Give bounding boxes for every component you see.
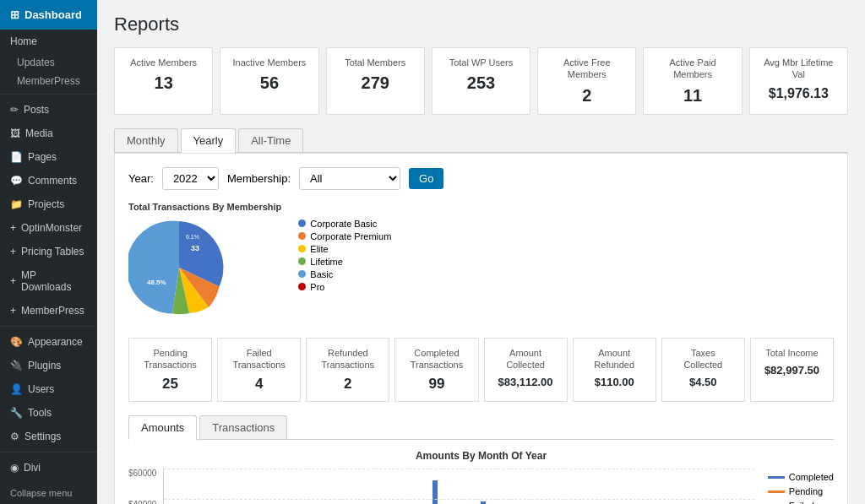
- chart-legend-label: Pending: [789, 486, 823, 496]
- chart-legend-label: Completed: [789, 472, 834, 482]
- collapse-menu-button[interactable]: Collapse menu: [0, 482, 97, 504]
- legend-label: Pro: [310, 282, 324, 292]
- txn-value: $82,997.50: [761, 364, 823, 377]
- year-filter-label: Year:: [128, 172, 154, 185]
- stat-label: Active Free Members: [550, 57, 623, 81]
- stat-value: 279: [339, 73, 412, 93]
- period-tab-monthly[interactable]: Monthly: [114, 128, 178, 152]
- sidebar-item-pricing-tables[interactable]: + Pricing Tables: [0, 240, 97, 263]
- txn-value: $4.50: [672, 376, 734, 388]
- sidebar-item-tools[interactable]: 🔧 Tools: [0, 401, 97, 425]
- sidebar-item-mp-downloads[interactable]: + MP Downloads: [0, 263, 97, 299]
- txn-label: Refunded Transactions: [317, 347, 378, 371]
- year-select[interactable]: 2022: [162, 167, 219, 190]
- go-button[interactable]: Go: [409, 168, 443, 189]
- mp-downloads-icon: +: [10, 275, 16, 287]
- stat-value: 11: [656, 86, 729, 106]
- amounts-chart-title: Amounts By Month Of Year: [128, 450, 834, 462]
- txn-value: 99: [405, 376, 467, 393]
- chart-inner: [163, 469, 753, 504]
- pie-chart-section: Total Transactions By Membership 3: [128, 202, 834, 321]
- stat-value: $1,976.13: [762, 86, 835, 101]
- projects-icon: 📁: [10, 198, 23, 210]
- legend-dot: [298, 232, 306, 240]
- chart-legend-item: Completed: [768, 472, 834, 482]
- stat-card: Avg Mbr Lifetime Val $1,976.13: [749, 47, 848, 115]
- stat-card: Active Paid Members 11: [643, 47, 742, 115]
- sidebar-item-posts[interactable]: ✏ Posts: [0, 98, 97, 122]
- txn-card: Completed Transactions 99: [394, 338, 478, 403]
- stat-label: Active Members: [127, 57, 200, 68]
- users-icon: 👤: [10, 383, 23, 395]
- bottom-tab-amounts[interactable]: Amounts: [128, 415, 197, 440]
- y-label-40000: $40000: [128, 500, 156, 504]
- sidebar-item-users[interactable]: 👤 Users: [0, 377, 97, 401]
- sidebar-nav: Home Updates MemberPress ✏ Posts 🖼 Media…: [0, 30, 97, 480]
- legend-label: Lifetime: [310, 257, 343, 267]
- media-icon: 🖼: [10, 127, 20, 139]
- txn-label: Completed Transactions: [405, 347, 467, 371]
- projects-label: Projects: [28, 198, 64, 210]
- sidebar-item-updates[interactable]: Updates: [0, 53, 97, 72]
- pricing-tables-icon: +: [10, 246, 16, 257]
- txn-label: Amount Collected: [495, 347, 557, 371]
- bottom-tab-transactions[interactable]: Transactions: [199, 415, 287, 439]
- txn-card: Total Income $82,997.50: [750, 338, 834, 403]
- appearance-label: Appearance: [28, 336, 83, 348]
- stat-value: 2: [550, 86, 623, 106]
- period-tab-all-time[interactable]: All-Time: [238, 128, 303, 152]
- sidebar-item-optinmonster[interactable]: + OptinMonster: [0, 216, 97, 240]
- sidebar-item-projects[interactable]: 📁 Projects: [0, 192, 97, 216]
- membership-filter-label: Membership:: [227, 172, 291, 185]
- settings-label: Settings: [24, 431, 61, 442]
- sidebar-item-divi[interactable]: ◉ Divi: [0, 456, 97, 480]
- stat-label: Total WP Users: [444, 57, 518, 68]
- media-label: Media: [25, 127, 53, 139]
- y-axis-labels: $60000 $40000 $20000: [128, 469, 163, 504]
- pie-legend: Corporate Basic Corporate Premium Elite …: [298, 202, 391, 292]
- chart-legend-line: [768, 490, 785, 493]
- stat-label: Active Paid Members: [656, 57, 729, 81]
- stat-card: Active Members 13: [114, 47, 213, 115]
- txn-value: 2: [317, 376, 378, 393]
- legend-label: Elite: [310, 244, 328, 254]
- sidebar-item-pages[interactable]: 📄 Pages: [0, 145, 97, 169]
- main-content: Reports Active Members 13Inactive Member…: [97, 0, 865, 504]
- page-title: Reports: [114, 14, 848, 35]
- sidebar-item-home[interactable]: Home: [0, 30, 97, 53]
- users-label: Users: [28, 383, 54, 395]
- sidebar-item-memberpress-menu[interactable]: + MemberPress: [0, 299, 97, 322]
- txn-card: Refunded Transactions 2: [306, 338, 389, 403]
- memberpress-menu-icon: +: [10, 305, 16, 317]
- filter-row: Year: 2022 Membership: All Go: [128, 167, 834, 190]
- sidebar-header[interactable]: ⊞ Dashboard: [0, 0, 97, 30]
- stat-label: Total Members: [339, 57, 412, 68]
- txn-card: Amount Refunded $110.00: [573, 338, 656, 403]
- chart-legend-line: [768, 476, 785, 479]
- stats-row: Active Members 13Inactive Members 56Tota…: [114, 47, 848, 115]
- settings-icon: ⚙: [10, 431, 19, 442]
- stat-label: Avg Mbr Lifetime Val: [762, 57, 835, 81]
- legend-item: Pro: [298, 282, 391, 292]
- stat-value: 56: [232, 73, 306, 93]
- legend-dot: [298, 283, 306, 290]
- legend-label: Corporate Premium: [310, 231, 391, 241]
- pie-label-485: 48.5%: [147, 279, 166, 286]
- sidebar-item-settings[interactable]: ⚙ Settings: [0, 425, 97, 448]
- chart-legend: Completed Pending Failed Refunded: [754, 469, 834, 504]
- pages-label: Pages: [28, 151, 57, 163]
- posts-icon: ✏: [10, 104, 19, 116]
- membership-select[interactable]: All: [299, 167, 400, 190]
- sidebar-item-memberpress-link[interactable]: MemberPress: [0, 72, 97, 90]
- sidebar-item-media[interactable]: 🖼 Media: [0, 122, 97, 145]
- period-tab-bar: MonthlyYearlyAll-Time: [114, 128, 848, 153]
- sidebar-item-plugins[interactable]: 🔌 Plugins: [0, 354, 97, 377]
- sidebar-item-comments[interactable]: 💬 Comments: [0, 169, 97, 192]
- period-tab-yearly[interactable]: Yearly: [181, 128, 237, 153]
- pricing-tables-label: Pricing Tables: [21, 246, 84, 257]
- sidebar-item-appearance[interactable]: 🎨 Appearance: [0, 330, 97, 354]
- pie-chart-container: Total Transactions By Membership 3: [128, 202, 281, 321]
- divider-1: [0, 94, 97, 95]
- plugins-label: Plugins: [28, 360, 61, 371]
- pie-chart-title: Total Transactions By Membership: [128, 202, 281, 212]
